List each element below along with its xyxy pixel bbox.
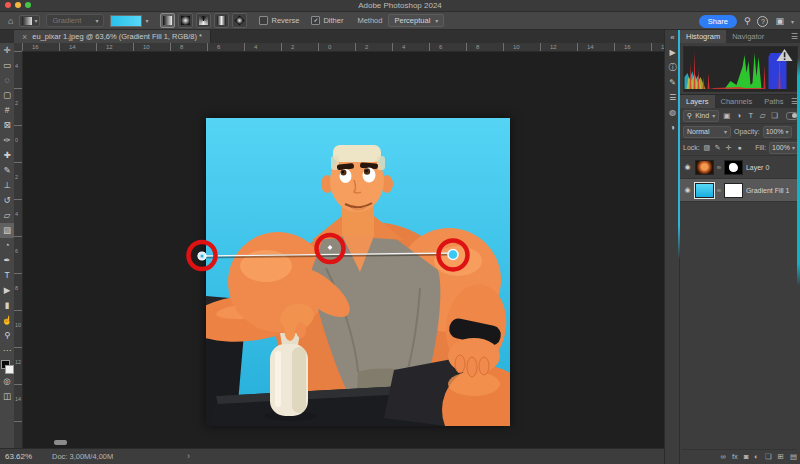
tool-preset-picker[interactable]: ▾ (19, 15, 40, 27)
gradient-swatch-picker[interactable]: ▾ (110, 15, 148, 27)
object-selection-tool[interactable]: ▢ (0, 88, 14, 103)
layer-mask-thumbnail[interactable] (724, 160, 743, 175)
brush-tool[interactable]: ✎ (0, 163, 14, 178)
new-layer-icon[interactable]: ⊞ (778, 452, 784, 461)
gradient-style-diamond[interactable] (232, 13, 247, 28)
radial-gradient-icon (181, 16, 190, 25)
tab-histogram[interactable]: Histogram (680, 30, 726, 43)
canvas-area[interactable]: 1614 1210 86 42 02 46 810 1214 1618 42 0… (14, 43, 664, 448)
blend-mode-select[interactable]: Normal ▾ (683, 126, 731, 138)
method-value: Perceptual (394, 16, 430, 25)
new-adjustment-layer-icon[interactable]: ◐ (754, 452, 759, 461)
zoom-tool[interactable]: ⚲ (0, 328, 14, 343)
document-tab-bar: × eu_pixar 1.jpeg @ 63,6% (Gradient Fill… (0, 30, 664, 43)
tab-navigator[interactable]: Navigator (726, 30, 770, 43)
delete-layer-icon[interactable]: ▤ (790, 452, 797, 461)
rectangle-tool[interactable]: ▮ (0, 298, 14, 313)
foreground-background-swatches[interactable] (0, 358, 14, 374)
eraser-tool[interactable]: ▱ (0, 208, 14, 223)
background-color-swatch[interactable] (5, 365, 14, 374)
chevron-down-icon: ▾ (786, 128, 789, 135)
link-layers-icon[interactable]: ∞ (721, 452, 726, 461)
tab-layers[interactable]: Layers (680, 95, 715, 108)
zoom-level-field[interactable]: 63.62% (5, 452, 32, 461)
reverse-label: Reverse (271, 16, 299, 25)
horizontal-ruler: 1614 1210 86 42 02 46 810 1214 1618 (22, 43, 664, 52)
home-icon[interactable]: ⌂ (8, 16, 13, 26)
type-tool[interactable]: T (0, 268, 14, 283)
vertical-ruler: 42 02 46 810 1214 (14, 51, 23, 448)
method-label: Method (357, 16, 382, 25)
gradient-style-linear[interactable] (160, 13, 175, 28)
move-tool[interactable]: ✛ (0, 43, 14, 58)
lasso-tool[interactable]: ◌ (0, 73, 14, 88)
search-icon[interactable]: ⚲ (744, 16, 751, 26)
quick-mask-button[interactable]: ◎ (0, 374, 14, 389)
pen-tool[interactable]: ✒ (0, 253, 14, 268)
help-icon[interactable]: ? (757, 16, 768, 27)
layer-row-gradient-fill[interactable]: ◉ ∞ Gradient Fill 1 (680, 179, 800, 202)
lock-transparency-icon[interactable]: ▨ (703, 144, 711, 152)
eyedropper-tool[interactable]: ✑ (0, 133, 14, 148)
layer-row-layer0[interactable]: ◉ ∞ Layer 0 (680, 156, 800, 179)
gradient-tool[interactable]: ▨ (0, 223, 14, 238)
layer-name[interactable]: Layer 0 (746, 164, 769, 171)
title-bar: Adobe Photoshop 2024 (0, 0, 800, 12)
document-size-info[interactable]: Doc: 3,00M/4,00M (52, 452, 113, 461)
share-button[interactable]: Share (699, 15, 737, 28)
blend-mode-row: Normal ▾ Opacity: 100% ▾ (680, 124, 800, 140)
filter-smart-objects-icon[interactable]: ❏ (770, 111, 779, 120)
history-brush-tool[interactable]: ↺ (0, 193, 14, 208)
tab-paths[interactable]: Paths (758, 95, 789, 108)
healing-brush-tool[interactable]: ✚ (0, 148, 14, 163)
frame-tool[interactable]: ⊠ (0, 118, 14, 133)
gradient-style-radial[interactable] (178, 13, 193, 28)
filter-kind-dropdown[interactable]: ⚲ Kind ▾ (683, 110, 719, 122)
layer-name[interactable]: Gradient Fill 1 (746, 187, 790, 194)
crop-tool[interactable]: # (0, 103, 14, 118)
chevron-down-icon: ▾ (724, 128, 727, 135)
document-tab[interactable]: × eu_pixar 1.jpeg @ 63,6% (Gradient Fill… (14, 30, 211, 43)
filter-shape-layers-icon[interactable]: ▱ (758, 111, 767, 120)
layer-effects-icon[interactable]: fx (732, 452, 738, 461)
layers-footer: ∞ fx ◙ ◐ ❏ ⊞ ▤ (682, 449, 797, 462)
layer-visibility-toggle[interactable]: ◉ (683, 186, 692, 194)
lock-pixels-icon[interactable]: ✎ (714, 144, 722, 152)
lock-all-icon[interactable]: ● (736, 144, 744, 151)
layer-thumbnail[interactable] (695, 183, 714, 198)
gradient-style-angle[interactable] (196, 13, 211, 28)
clone-stamp-tool[interactable]: ⊥ (0, 178, 14, 193)
dither-checkbox-box: ✓ (311, 16, 320, 25)
opacity-field[interactable]: 100% ▾ (763, 126, 792, 138)
panel-menu-icon[interactable]: ☰ (791, 30, 798, 43)
gradient-style-reflected[interactable] (214, 13, 229, 28)
lock-position-icon[interactable]: ✛ (725, 144, 733, 152)
tab-channels[interactable]: Channels (715, 95, 759, 108)
path-selection-tool[interactable]: ▶ (0, 283, 14, 298)
filter-pixel-layers-icon[interactable]: ▣ (722, 111, 731, 120)
workspace-switcher-icon[interactable]: ▣ (775, 16, 784, 26)
fill-field[interactable]: 100% ▾ (769, 142, 798, 154)
new-group-icon[interactable]: ❏ (765, 452, 772, 461)
reverse-checkbox[interactable]: Reverse (259, 16, 299, 25)
canvas-image[interactable] (206, 118, 510, 426)
edit-toolbar-icon[interactable]: ⋯ (0, 343, 14, 358)
method-select[interactable]: Perceptual ▾ (388, 14, 444, 27)
gradient-start-handle[interactable] (198, 252, 206, 260)
layer-visibility-toggle[interactable]: ◉ (683, 163, 692, 171)
layer-mask-thumbnail[interactable] (724, 183, 743, 198)
screen-mode-button[interactable]: ◫ (0, 389, 14, 404)
marquee-tool[interactable]: ▭ (0, 58, 14, 73)
filter-adjustment-layers-icon[interactable]: ◑ (734, 111, 743, 120)
dither-checkbox[interactable]: ✓ Dither (311, 16, 343, 25)
hand-tool[interactable]: ☝ (0, 313, 14, 328)
filter-type-layers-icon[interactable]: T (746, 111, 755, 120)
layers-panel: Layers Channels Paths ☰ ⚲ Kind ▾ ▣ ◑ T ▱… (680, 94, 800, 464)
add-layer-mask-icon[interactable]: ◙ (744, 452, 749, 461)
close-tab-icon[interactable]: × (22, 32, 27, 42)
horizontal-scrollbar-thumb[interactable] (54, 440, 67, 445)
gradient-preset-dropdown[interactable]: Gradient ▾ (46, 14, 104, 27)
layer-thumbnail[interactable] (695, 160, 714, 175)
status-options-chevron[interactable]: › (187, 451, 190, 461)
dodge-tool[interactable]: ◔ (0, 238, 14, 253)
